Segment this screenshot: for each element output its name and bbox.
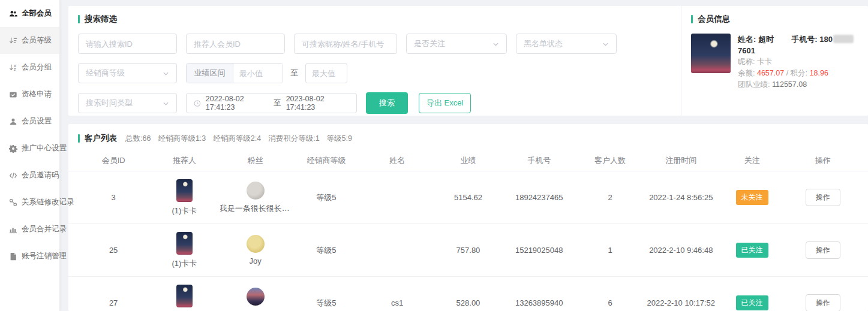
sidebar-item-label: 全部会员 (22, 8, 52, 19)
accent-bar (78, 15, 80, 23)
sales-min-input[interactable] (233, 64, 283, 83)
filter-row-2: 经销商等级 业绩区间 至 (78, 63, 671, 83)
col-phone: 手机号 (504, 155, 575, 166)
search-id-input[interactable] (78, 34, 177, 54)
referrer-id-input[interactable] (186, 34, 285, 54)
sidebar-item-label: 会员设置 (22, 116, 52, 126)
time-type-select[interactable]: 搜索时间类型 (78, 93, 177, 113)
search-filter-title-text: 搜索筛选 (85, 14, 117, 25)
referrer-cell: (1)卡卡 (149, 285, 220, 311)
top-card: 搜索筛选 是否关注 黑名单状态 经销商等级 (68, 6, 868, 116)
sidebar-item-account-cancel[interactable]: 账号注销管理 (0, 243, 59, 270)
referrer-avatar (176, 232, 193, 255)
col-referrer: 推荐人 (149, 155, 220, 166)
cell-dealer-level: 等级5 (291, 192, 362, 203)
range-to-label: 至 (290, 68, 298, 78)
referrer-avatar (176, 285, 193, 307)
member-phone-suffix: 7601 (738, 46, 755, 55)
sidebar-item-qualification[interactable]: 资格申请 (0, 81, 59, 108)
sidebar-item-label: 推广中心设置 (22, 143, 67, 153)
sidebar-item-invite-code[interactable]: 会员邀请码 (0, 162, 59, 189)
search-filter-title: 搜索筛选 (78, 14, 671, 25)
member-info-title-text: 会员信息 (698, 14, 730, 25)
chevron-down-icon (163, 100, 169, 107)
customer-list-title: 客户列表 (78, 133, 117, 144)
table-row: 27 (1)卡卡 Lazy Cat 等级5 cs1 528.00 1326389… (68, 277, 868, 311)
col-register-time: 注册时间 (645, 155, 716, 166)
follow-status-select-label: 是否关注 (414, 38, 492, 49)
sidebar-item-promotion-settings[interactable]: 推广中心设置 (0, 135, 59, 162)
cell-member-id: 27 (78, 298, 149, 307)
sidebar-item-label: 会员合并记录 (22, 224, 67, 234)
fan-avatar (247, 235, 265, 253)
export-excel-button[interactable]: 导出 Excel (419, 93, 471, 113)
customer-stats: 总数:66 经销商等级1:3 经销商等级2:4 消费积分等级:1 等级5:9 (125, 134, 352, 144)
sidebar-item-member-group[interactable]: AZ 会员分组 (0, 54, 59, 81)
member-team-value: 112557.08 (772, 80, 807, 89)
dealer-level-select[interactable]: 经销商等级 (78, 63, 177, 83)
member-nickname-line: 昵称: 卡卡 (738, 56, 860, 68)
member-name-value: 超时 (758, 35, 774, 44)
member-nickname-label: 昵称: (738, 58, 755, 66)
member-points-label: 积分: (791, 69, 807, 77)
col-sales: 业绩 (433, 155, 503, 166)
member-phone-prefix: 180 (819, 35, 833, 44)
follow-status-badge: 未关注 (736, 190, 768, 205)
sidebar-item-member-level[interactable]: 会员等级 (0, 27, 59, 54)
member-info-lines: 姓名: 超时 手机号: 1807601 昵称: 卡卡 余额: 4657.07 / (738, 34, 860, 90)
fan-avatar (247, 288, 265, 306)
sidebar-item-merge-log[interactable]: 会员合并记录 (0, 216, 59, 243)
sales-range-group: 业绩区间 (186, 63, 283, 83)
cell-customers: 2 (575, 193, 645, 202)
col-follow: 关注 (716, 155, 787, 166)
code-icon (9, 171, 17, 180)
date-range-picker[interactable]: 2022-08-02 17:41:23 至 2023-08-02 17:41:2… (186, 93, 357, 113)
sidebar-item-all-members[interactable]: 全部会员 (0, 0, 59, 27)
row-action-button[interactable]: 操作 (806, 189, 840, 206)
cell-register-time: 2022-2-10 9:46:48 (645, 246, 716, 255)
search-button[interactable]: 搜索 (366, 92, 408, 114)
sidebar-item-relation-log[interactable]: 关系链修改记录 (0, 189, 59, 216)
fan-name: 我是一条很长很长很... (220, 203, 291, 214)
cell-sales: 528.00 (433, 298, 503, 307)
row-action-button[interactable]: 操作 (806, 241, 840, 259)
referrer-name: (1)卡卡 (172, 206, 197, 216)
sidebar: 全部会员 会员等级 AZ 会员分组 资格申请 会员设置 推广中心设置 会员邀请码… (0, 0, 60, 311)
sort-alpha-icon: AZ (9, 64, 17, 72)
cell-phone: 13263895940 (504, 298, 575, 307)
follow-status-select[interactable]: 是否关注 (406, 34, 507, 54)
chart-icon (9, 225, 17, 234)
sidebar-item-label: 会员等级 (22, 35, 52, 46)
date-separator: 至 (274, 98, 281, 108)
link-icon (9, 198, 17, 207)
blacklist-status-select[interactable]: 黑名单状态 (516, 34, 617, 54)
date-end-value: 2023-08-02 17:41:23 (286, 95, 349, 111)
member-balance-label: 余额: (738, 69, 755, 77)
col-name: 姓名 (362, 155, 433, 166)
chevron-down-icon (492, 41, 499, 47)
sales-range-label: 业绩区间 (187, 64, 233, 83)
sidebar-item-label: 关系链修改记录 (22, 197, 74, 207)
sidebar-item-member-settings[interactable]: 会员设置 (0, 108, 59, 135)
fan-name: Joy (250, 256, 262, 265)
table-header-row: 会员ID 推荐人 粉丝 经销商等级 姓名 业绩 手机号 客户人数 注册时间 关注… (68, 150, 868, 171)
stat-dealer-level-2: 经销商等级2:4 (213, 134, 261, 144)
member-name-phone-line: 姓名: 超时 手机号: 1807601 (738, 34, 860, 56)
cell-name: cs1 (362, 298, 433, 307)
member-info-section: 会员信息 姓名: 超时 手机号: 1807601 昵称: 卡卡 (681, 6, 868, 116)
customer-list-title-text: 客户列表 (85, 133, 117, 144)
referrer-name: (1)卡卡 (172, 258, 197, 269)
filter-row-1: 是否关注 黑名单状态 (78, 34, 671, 54)
chevron-down-icon (602, 41, 609, 47)
member-team-line: 团队业绩: 112557.08 (738, 79, 860, 90)
blacklist-status-select-label: 黑名单状态 (524, 38, 602, 49)
member-phone-label: 手机号: (791, 35, 817, 44)
date-start-value: 2022-08-02 17:41:23 (206, 95, 269, 111)
keyword-input[interactable] (294, 34, 397, 54)
row-action-button[interactable]: 操作 (806, 294, 840, 311)
fan-cell: Lazy Cat (220, 288, 291, 311)
cell-member-id: 3 (78, 193, 149, 202)
member-balance-line: 余额: 4657.07 / 积分: 18.96 (738, 68, 860, 79)
sales-max-input[interactable] (305, 63, 347, 83)
time-type-select-label: 搜索时间类型 (86, 98, 163, 108)
